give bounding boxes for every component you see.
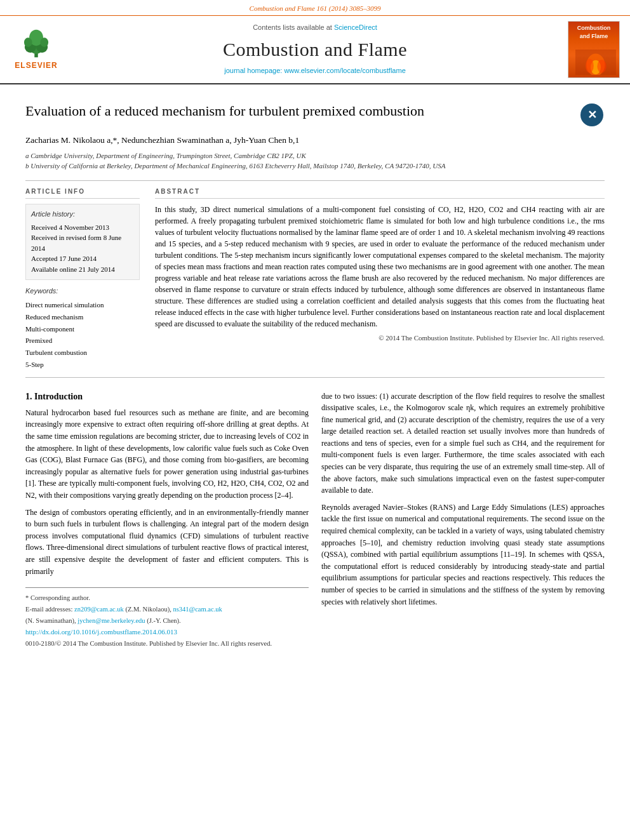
email-label: E-mail addresses: [25,606,72,613]
journal-header-center: Contents lists available at ScienceDirec… [65,23,565,76]
elsevier-logo: ELSEVIER [8,27,65,71]
article-body: Evaluation of a reduced mechanism for tu… [0,84,630,663]
elsevier-wordmark: ELSEVIER [15,60,57,71]
title-row: Evaluation of a reduced mechanism for tu… [25,102,605,128]
main-content: 1. Introduction Natural hydrocarbon base… [25,390,605,650]
keyword-item: Multi-component [25,323,140,335]
crossmark-badge[interactable]: ✕ [579,102,605,128]
abstract-text: In this study, 3D direct numerical simul… [155,204,605,330]
sciencedirect-line: Contents lists available at ScienceDirec… [71,23,559,33]
right-column: due to two issues: (1) accurate descript… [321,390,605,650]
abstract-panel: ABSTRACT In this study, 3D direct numeri… [155,187,605,371]
article-history-box: Article history: Received 4 November 201… [25,204,140,280]
footnote-section: * Corresponding author. E-mail addresses… [25,587,309,649]
received-date: Received 4 November 2013 [31,222,134,233]
keyword-item: Premixed [25,335,140,347]
corresponding-author-note: * Corresponding author. [25,593,309,603]
intro-left-p1: Natural hydrocarbon based fuel resources… [25,407,309,502]
keyword-item: Reduced mechanism [25,311,140,323]
affiliation-b: b University of California at Berkeley, … [25,161,605,171]
svg-point-5 [24,38,32,48]
article-info-heading: ARTICLE INFO [25,187,140,199]
crossmark-circle: ✕ [580,103,603,126]
keywords-section: Keywords: Direct numerical simulation Re… [25,286,140,370]
email-link-3[interactable]: jychen@me.berkeley.edu [77,617,145,624]
accepted-date: Accepted 17 June 2014 [31,253,134,264]
cover-flame-icon [571,50,620,75]
affiliations: a Cambridge University, Department of En… [25,150,605,171]
left-column: 1. Introduction Natural hydrocarbon base… [25,390,309,650]
keywords-list: Direct numerical simulation Reduced mech… [25,299,140,370]
email2-person: (N. Swaminathan), [25,617,76,624]
journal-reference: Combustion and Flame 161 (2014) 3085–309… [0,0,630,16]
article-title: Evaluation of a reduced mechanism for tu… [25,102,573,121]
cover-title: Combustion and Flame [571,24,617,41]
authors-line: Zacharias M. Nikolaou a,*, Nedunchezhian… [25,134,605,147]
sciencedirect-link[interactable]: ScienceDirect [334,23,377,31]
elsevier-tree-icon [17,27,55,59]
svg-point-11 [597,60,606,73]
keyword-item: 5-Step [25,359,140,371]
intro-right-p1: due to two issues: (1) accurate descript… [321,390,605,497]
revised-date: Received in revised form 8 June 2014 [31,232,134,253]
journal-homepage: journal homepage: www.elsevier.com/locat… [71,66,559,76]
email1-person: (Z.M. Nikolaou), [126,606,171,613]
email-footnote-2: (N. Swaminathan), jychen@me.berkeley.edu… [25,616,309,626]
history-label: Article history: [31,210,134,220]
article-info-panel: ARTICLE INFO Article history: Received 4… [25,187,140,371]
abstract-copyright: © 2014 The Combustion Institute. Publish… [155,333,605,343]
email-link-2[interactable]: ns341@cam.ac.uk [173,606,222,613]
doi-link[interactable]: http://dx.doi.org/10.1016/j.combustflame… [25,628,177,636]
keyword-item: Turbulent combustion [25,347,140,359]
email3-person: (J.-Y. Chen). [147,617,180,624]
journal-title: Combustion and Flame [71,36,559,63]
keywords-label: Keywords: [25,286,140,297]
abstract-heading: ABSTRACT [155,187,605,199]
svg-point-6 [40,38,48,48]
journal-header: ELSEVIER Contents lists available at Sci… [0,16,630,84]
svg-point-10 [586,58,594,72]
email-link-1[interactable]: zn209@cam.ac.uk [74,606,124,613]
intro-left-p2: The design of combustors operating effic… [25,507,309,578]
contents-text: Contents lists available at [253,23,332,31]
journal-ref-text: Combustion and Flame 161 (2014) 3085–309… [250,4,381,12]
email-footnote: E-mail addresses: zn209@cam.ac.uk (Z.M. … [25,604,309,615]
article-info-abstract-section: ARTICLE INFO Article history: Received 4… [25,180,605,378]
issn-line: 0010-2180/© 2014 The Combustion Institut… [25,639,309,649]
intro-heading: 1. Introduction [25,390,309,403]
affiliation-a: a Cambridge University, Department of En… [25,150,605,161]
available-date: Available online 21 July 2014 [31,264,134,275]
crossmark-icon: ✕ [587,107,597,123]
intro-right-p2: Reynolds averaged Navier–Stokes (RANS) a… [321,502,605,608]
keyword-item: Direct numerical simulation [25,299,140,311]
cover-image: Combustion and Flame [568,21,620,78]
authors-text: Zacharias M. Nikolaou a,*, Nedunchezhian… [25,135,299,145]
journal-cover: Combustion and Flame [565,21,622,78]
doi-line: http://dx.doi.org/10.1016/j.combustflame… [25,627,309,637]
